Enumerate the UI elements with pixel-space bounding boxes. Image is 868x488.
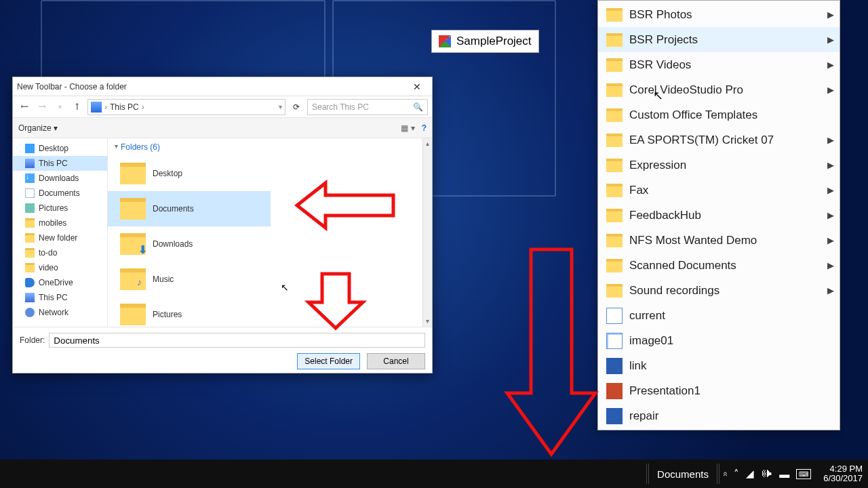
volume-icon[interactable]: 🕪 [761, 467, 772, 481]
toolbar-label: Documents [657, 468, 709, 480]
menu-item-current[interactable]: current [598, 303, 840, 328]
folder-icon [606, 284, 623, 298]
folder-item-pictures[interactable]: Pictures [108, 297, 432, 327]
search-placeholder: Search This PC [312, 102, 369, 112]
taskbar[interactable]: Documents » ˄ ◢ 🕪 ▬ ⌨ 4:29 PM 6/30/2017 [0, 460, 868, 488]
battery-icon[interactable]: ▬ [779, 468, 789, 480]
menu-item-fax[interactable]: Fax▶ [598, 178, 840, 203]
folder-icon: ⬇ [120, 233, 146, 255]
annotation-arrow-left [292, 175, 400, 239]
submenu-arrow-icon: ▶ [827, 60, 834, 70]
submenu-arrow-icon: ▶ [827, 260, 834, 270]
input-indicator-icon[interactable]: ⌨ [796, 469, 811, 479]
word-icon [606, 358, 623, 374]
back-button[interactable]: 🠔 [17, 102, 32, 112]
breadcrumb-current[interactable]: This PC [110, 102, 139, 112]
submenu-arrow-icon: ▶ [827, 135, 834, 145]
recent-locations-button[interactable]: ▾ [52, 103, 67, 110]
menu-item-presentation1[interactable]: Presentation1 [598, 378, 840, 403]
word-icon [606, 408, 623, 424]
select-folder-button[interactable]: Select Folder [297, 353, 360, 369]
nav-item-mobiles[interactable]: mobiles [13, 216, 107, 230]
folder-icon [120, 198, 146, 220]
address-bar[interactable]: This PC ▾ [87, 99, 285, 115]
cancel-button[interactable]: Cancel [367, 353, 425, 369]
svg-marker-0 [297, 183, 393, 228]
nav-item-documents[interactable]: Documents [13, 186, 107, 201]
up-button[interactable]: 🠕 [70, 102, 85, 112]
folder-icon [606, 108, 623, 122]
svg-marker-2 [507, 249, 595, 454]
svg-marker-1 [309, 274, 363, 328]
close-icon[interactable]: ✕ [406, 79, 428, 94]
nav-item-onedrive[interactable]: OneDrive [13, 275, 107, 290]
documents-toolbar-menu[interactable]: BSR Photos▶BSR Projects▶BSR Videos▶Corel… [597, 0, 840, 430]
menu-item-corel-videostudio-pro[interactable]: Corel VideoStudio Pro▶ [598, 77, 840, 102]
nav-item-this-pc[interactable]: This PC [13, 290, 107, 305]
search-icon: 🔍 [413, 102, 423, 112]
file-icon [606, 308, 623, 324]
annotation-arrow-down-large [500, 244, 602, 464]
menu-item-link[interactable]: link [598, 353, 840, 378]
folder-icon [25, 218, 35, 228]
folder-icon [25, 248, 35, 258]
chevron-down-icon[interactable]: ▾ [279, 103, 282, 110]
dialog-titlebar[interactable]: New Toolbar - Choose a folder ✕ [13, 77, 432, 96]
nav-item-desktop[interactable]: Desktop [13, 141, 107, 156]
nav-item-network[interactable]: Network [13, 305, 107, 320]
folder-icon [606, 159, 623, 172]
nav-item-new-folder[interactable]: New folder [13, 230, 107, 245]
clock-time: 4:29 PM [823, 464, 863, 474]
navigation-pane[interactable]: DesktopThis PCDownloadsDocumentsPictures… [13, 138, 108, 327]
toolbar-expand-icon[interactable]: » [719, 471, 730, 476]
menu-item-bsr-videos[interactable]: BSR Videos▶ [598, 52, 840, 77]
submenu-arrow-icon: ▶ [827, 235, 834, 245]
menu-item-bsr-projects[interactable]: BSR Projects▶ [598, 27, 840, 52]
menu-item-bsr-photos[interactable]: BSR Photos▶ [598, 2, 840, 27]
pics-icon [25, 203, 35, 213]
wifi-icon[interactable]: ◢ [746, 468, 754, 480]
network-icon [25, 308, 35, 317]
image-icon [606, 333, 623, 349]
scrollbar[interactable]: ▴ ▾ [422, 138, 432, 327]
forward-button[interactable]: 🠖 [35, 102, 50, 112]
pc-icon [91, 102, 102, 113]
menu-item-feedbackhub[interactable]: FeedbackHub▶ [598, 203, 840, 228]
nav-item-video[interactable]: video [13, 260, 107, 275]
submenu-arrow-icon: ▶ [827, 185, 834, 195]
menu-item-scanned-documents[interactable]: Scanned Documents▶ [598, 253, 840, 278]
search-input[interactable]: Search This PC 🔍 [307, 99, 428, 115]
menu-item-repair[interactable]: repair [598, 403, 840, 428]
help-button[interactable]: ? [422, 123, 427, 133]
nav-item-downloads[interactable]: Downloads [13, 171, 107, 186]
nav-item-this-pc[interactable]: This PC [13, 156, 107, 171]
refresh-button[interactable]: ⟳ [288, 102, 304, 112]
folder-item-music[interactable]: ♪Music [108, 262, 432, 297]
menu-item-nfs-most-wanted-demo[interactable]: NFS Most Wanted Demo▶ [598, 228, 840, 253]
taskbar-toolbar-documents[interactable]: Documents [652, 460, 714, 488]
taskbar-clock[interactable]: 4:29 PM 6/30/2017 [818, 464, 868, 484]
folder-icon [25, 263, 35, 272]
organize-menu[interactable]: Organize ▾ [18, 123, 58, 133]
tray-overflow-icon[interactable]: ˄ [734, 468, 739, 480]
submenu-arrow-icon: ▶ [827, 9, 834, 20]
project-icon [439, 35, 451, 47]
folder-icon [606, 184, 623, 197]
menu-item-ea-sports-tm-cricket-07[interactable]: EA SPORTS(TM) Cricket 07▶ [598, 127, 840, 152]
folder-icon [120, 163, 146, 184]
menu-item-custom-office-templates[interactable]: Custom Office Templates [598, 102, 840, 127]
clock-date: 6/30/2017 [823, 474, 863, 483]
submenu-arrow-icon: ▶ [827, 285, 834, 296]
folder-icon: ♪ [120, 268, 146, 290]
folder-field-label: Folder: [20, 336, 45, 345]
menu-item-sound-recordings[interactable]: Sound recordings▶ [598, 278, 840, 303]
nav-item-to-do[interactable]: to-do [13, 245, 107, 260]
submenu-flyout[interactable]: SampleProject [431, 30, 539, 53]
view-options-button[interactable]: ▦ ▾ [401, 123, 414, 133]
menu-item-image01[interactable]: image01 [598, 328, 840, 353]
folder-icon [606, 259, 623, 272]
folder-item-documents[interactable]: Documents [108, 191, 271, 226]
menu-item-expression[interactable]: Expression▶ [598, 152, 840, 178]
nav-item-pictures[interactable]: Pictures [13, 201, 107, 216]
annotation-arrow-down-small [302, 268, 370, 336]
